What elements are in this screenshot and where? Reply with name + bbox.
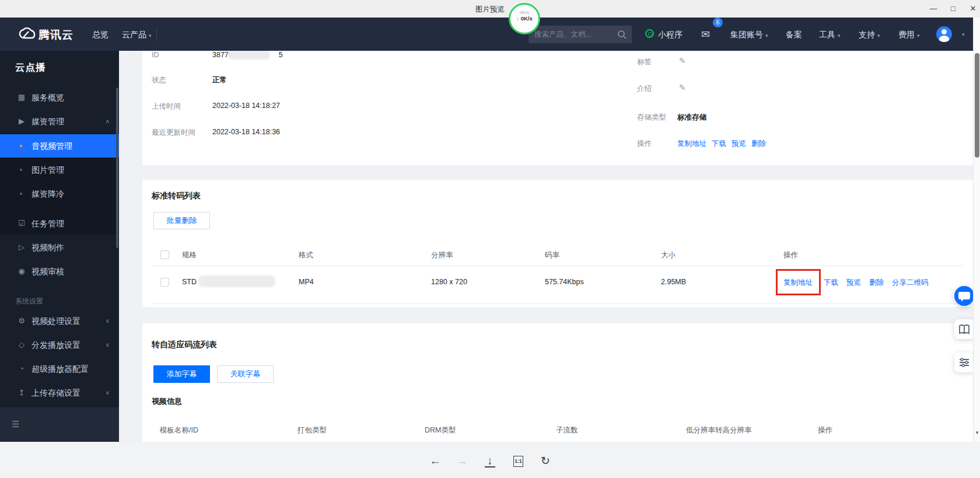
- batch-delete-button[interactable]: 批量删除: [153, 212, 210, 229]
- mail-icon[interactable]: ✉: [701, 28, 710, 41]
- collapse-sidebar-icon[interactable]: ☰: [12, 419, 19, 430]
- sidebar-item-super-player-config[interactable]: ◔ 超级播放器配置: [0, 357, 119, 381]
- column-header: 格式: [299, 250, 313, 260]
- nav-item-tools[interactable]: 工具▾: [819, 30, 841, 40]
- app-titlebar: 图片预览 — □ ✕: [0, 0, 980, 18]
- play-outline-icon: ▷: [16, 236, 27, 259]
- search-icon[interactable]: [617, 30, 626, 39]
- sidebar-item-service-overview[interactable]: ▦ 服务概览: [0, 86, 119, 109]
- storage-type-value: 标准存储: [677, 113, 706, 123]
- sidebar-item-media-cooling[interactable]: 媒资降冷: [0, 182, 119, 205]
- sidebar-item-upload-storage-settings[interactable]: ↥ 上传存储设置 ∨: [0, 381, 119, 404]
- resolution-cell: 1280 x 720: [431, 278, 467, 286]
- vertical-scrollbar[interactable]: ▼: [973, 18, 980, 442]
- avatar-caret-icon[interactable]: ▾: [962, 32, 965, 37]
- column-header: 操作: [818, 425, 832, 435]
- console-topnav: 腾讯云 总览 云产品▾ 小程序 ✉ 6 集团账号▾ 备案 工具▾ 支持▾ 费用▾…: [0, 18, 973, 51]
- sidebar-item-media-management[interactable]: ▶ 媒资管理 ∧: [0, 110, 119, 133]
- down-arrow-icon: ↓: [516, 15, 519, 22]
- nav-item-billing[interactable]: 费用▾: [898, 30, 920, 40]
- user-avatar[interactable]: [936, 26, 952, 42]
- link-preview[interactable]: 预览: [732, 139, 746, 149]
- maximize-button[interactable]: □: [946, 2, 960, 15]
- table-divider: [152, 266, 964, 266]
- nav-item-beian[interactable]: 备案: [786, 30, 802, 40]
- column-header: 大小: [661, 250, 676, 260]
- field-label: 最近更新时间: [152, 128, 195, 138]
- customer-service-button[interactable]: [954, 286, 974, 306]
- status-value: 正常: [212, 75, 227, 85]
- column-header: 低分辨率转高分辨率: [686, 425, 752, 435]
- chevron-down-icon: ∨: [106, 333, 110, 357]
- forward-button[interactable]: →: [454, 453, 470, 469]
- scroll-down-arrow-icon[interactable]: ▼: [974, 430, 980, 435]
- row-checkbox[interactable]: [160, 278, 169, 287]
- sidebar-item-video-production[interactable]: ▷ 视频制作: [0, 236, 119, 259]
- column-header: 子流数: [556, 425, 578, 435]
- chevron-down-icon: ∨: [106, 381, 110, 404]
- nav-item-group-account[interactable]: 集团账号▾: [730, 30, 768, 40]
- link-download[interactable]: 下载: [824, 278, 838, 288]
- rotate-button[interactable]: ↻: [537, 453, 554, 469]
- review-icon: ◉: [16, 260, 27, 283]
- sidebar-scrollbar-thumb[interactable]: [116, 88, 118, 248]
- console-main: ID 3877025 状态 正常 上传时间 2022-03-18 14:18:2…: [119, 51, 973, 442]
- mini-program-icon: [645, 29, 654, 38]
- format-cell: MP4: [299, 278, 314, 286]
- link-share-qrcode[interactable]: 分享二维码: [892, 278, 929, 288]
- chevron-down-icon: ▾: [149, 33, 152, 39]
- nav-divider: [156, 27, 157, 41]
- sidebar-title: 云点播: [15, 61, 46, 74]
- preview-toolbar: ← → ↓ 1:1 ↻: [0, 442, 980, 478]
- link-preview[interactable]: 预览: [846, 278, 861, 288]
- back-button[interactable]: ←: [427, 453, 443, 469]
- column-header: DRM类型: [425, 425, 456, 435]
- select-all-checkbox[interactable]: [160, 250, 169, 259]
- link-subtitle-button[interactable]: 关联字幕: [217, 365, 274, 383]
- nav-item-overview[interactable]: 总览: [92, 30, 108, 40]
- chat-icon: [954, 286, 974, 306]
- chevron-down-icon: ▾: [838, 33, 841, 39]
- nav-item-mini-program[interactable]: 小程序: [658, 30, 682, 40]
- sidebar-item-video-review[interactable]: ◉ 视频审核: [0, 260, 119, 283]
- minimize-button[interactable]: —: [926, 2, 940, 15]
- list-settings-icon: [954, 353, 974, 372]
- search-input[interactable]: [534, 26, 613, 43]
- player-icon: ◔: [16, 357, 27, 381]
- column-header: 模板名称/ID: [160, 425, 198, 435]
- checklist-icon: ☑: [16, 212, 27, 235]
- edit-tag-icon[interactable]: ✎: [679, 56, 686, 65]
- scrollbar-thumb[interactable]: [975, 53, 979, 158]
- network-speed-widget[interactable]: 0K/s ↓ 0K/s: [509, 3, 540, 34]
- link-download[interactable]: 下载: [712, 139, 726, 149]
- field-label: 介绍: [637, 84, 652, 94]
- vod-sidebar: 云点播 ▦ 服务概览 ▶ 媒资管理 ∧ 音视频管理 图片管理 媒资降冷 ☑ 任务…: [0, 51, 119, 442]
- sidebar-item-task-management[interactable]: ☑ 任务管理: [0, 212, 119, 235]
- update-time-value: 2022-03-18 14:18:36: [212, 128, 280, 136]
- feedback-button[interactable]: [954, 353, 974, 372]
- close-button[interactable]: ✕: [966, 2, 980, 15]
- sidebar-item-audio-video-management[interactable]: 音视频管理: [0, 134, 119, 158]
- link-delete[interactable]: 删除: [751, 139, 766, 149]
- edit-intro-icon[interactable]: ✎: [679, 83, 686, 92]
- sidebar-item-video-processing-settings[interactable]: ⚙ 视频处理设置 ∨: [0, 309, 119, 333]
- grid-icon: ▦: [16, 86, 27, 109]
- nav-item-support[interactable]: 支持▾: [859, 30, 880, 40]
- docs-button[interactable]: [954, 319, 974, 339]
- upload-time-value: 2022-03-18 14:18:27: [212, 102, 280, 110]
- sidebar-item-distribution-playback-settings[interactable]: ◇ 分发播放设置 ∨: [0, 333, 119, 357]
- chevron-down-icon: ▾: [917, 33, 920, 39]
- bullet-icon: [20, 145, 22, 147]
- sidebar-item-image-management[interactable]: 图片管理: [0, 158, 119, 182]
- column-header: 分辨率: [431, 250, 453, 260]
- link-copy-address[interactable]: 复制地址: [677, 139, 706, 149]
- tencent-cloud-logo-text[interactable]: 腾讯云: [38, 27, 74, 43]
- link-delete[interactable]: 删除: [869, 278, 884, 288]
- chevron-down-icon: ▾: [877, 33, 880, 39]
- bullet-icon: [20, 169, 22, 171]
- nav-item-products[interactable]: 云产品▾: [122, 30, 152, 40]
- download-button[interactable]: ↓: [482, 453, 498, 469]
- sidebar-footer: ☰: [0, 407, 119, 442]
- actual-size-button[interactable]: 1:1: [513, 456, 523, 467]
- add-subtitle-button[interactable]: 添加字幕: [153, 365, 210, 383]
